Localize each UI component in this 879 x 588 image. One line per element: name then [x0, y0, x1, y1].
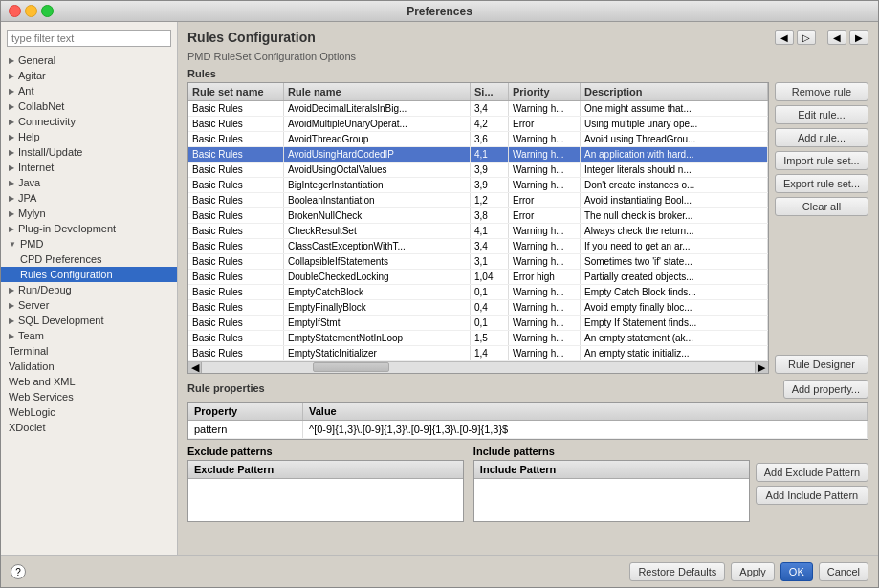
nav-button-3[interactable]: ▶	[849, 30, 868, 45]
sidebar-item-server[interactable]: Server	[1, 297, 177, 313]
horizontal-scrollbar[interactable]: ◀ ▶	[188, 361, 768, 373]
sidebar-item-install-update[interactable]: Install/Update	[1, 144, 177, 160]
cell-rule-set: Basic Rules	[188, 224, 284, 238]
table-row[interactable]: Basic Rules AvoidDecimalLiteralsInBig...…	[188, 101, 768, 117]
cell-rule-name: AvoidDecimalLiteralsInBig...	[284, 101, 471, 116]
scrollbar-track[interactable]	[202, 362, 755, 373]
add-exclude-pattern-button[interactable]: Add Exclude Pattern	[756, 463, 868, 482]
cell-rule-set: Basic Rules	[188, 117, 284, 131]
sidebar-item-connectivity[interactable]: Connectivity	[1, 114, 177, 129]
table-row[interactable]: Basic Rules BigIntegerInstantiation 3,9 …	[188, 178, 768, 193]
forward-button[interactable]: ▷	[797, 30, 816, 45]
clear-all-button[interactable]: Clear all	[775, 197, 868, 216]
cell-description: Empty Catch Block finds...	[581, 285, 768, 299]
help-button[interactable]: ?	[11, 564, 26, 579]
table-row[interactable]: Basic Rules ClassCastExceptionWithT... 3…	[188, 239, 768, 254]
cell-description: Avoid using ThreadGrou...	[581, 132, 768, 146]
sidebar-item-pmd[interactable]: PMD	[1, 236, 177, 251]
sidebar-item-label: Connectivity	[18, 116, 76, 127]
sidebar-item-general[interactable]: General	[1, 53, 177, 68]
table-row[interactable]: Basic Rules EmptyIfStmt 0,1 Warning h...…	[188, 316, 768, 331]
prop-row[interactable]: pattern ^[0-9]{1,3}\.[0-9]{1,3}\.[0-9]{1…	[188, 421, 868, 439]
table-row[interactable]: Basic Rules BooleanInstantiation 1,2 Err…	[188, 193, 768, 208]
table-row[interactable]: Basic Rules EmptyStaticInitializer 1,4 W…	[188, 346, 768, 361]
sidebar-item-label: CPD Preferences	[20, 253, 102, 265]
rules-section-label: Rules	[187, 68, 868, 79]
cell-description: The null check is broker...	[581, 208, 768, 223]
table-body: Basic Rules AvoidDecimalLiteralsInBig...…	[188, 101, 768, 361]
sidebar-item-internet[interactable]: Internet	[1, 160, 177, 175]
sidebar-item-xdoclet[interactable]: XDoclet	[1, 420, 177, 435]
col-rule-set: Rule set name	[188, 83, 284, 100]
back-button[interactable]: ◀	[775, 30, 794, 45]
sidebar-item-mylyn[interactable]: Mylyn	[1, 206, 177, 221]
table-row[interactable]: Basic Rules EmptyCatchBlock 0,1 Warning …	[188, 285, 768, 300]
ok-button[interactable]: OK	[780, 562, 813, 581]
edit-rule-button[interactable]: Edit rule...	[775, 105, 868, 124]
include-table-header: Include Pattern	[474, 461, 749, 479]
export-rule-set-button[interactable]: Export rule set...	[775, 174, 868, 193]
sidebar-item-ant[interactable]: Ant	[1, 83, 177, 98]
table-row[interactable]: Basic Rules CollapsibleIfStatements 3,1 …	[188, 254, 768, 270]
include-label: Include patterns	[473, 446, 750, 457]
sidebar-item-rules-config[interactable]: Rules Configuration	[1, 267, 177, 282]
sidebar-item-jpa[interactable]: JPA	[1, 190, 177, 206]
sidebar-item-agitar[interactable]: Agitar	[1, 68, 177, 83]
sidebar-item-sql-dev[interactable]: SQL Development	[1, 313, 177, 328]
nav-button-2[interactable]: ◀	[827, 30, 846, 45]
add-rule-button[interactable]: Add rule...	[775, 128, 868, 147]
sidebar-item-label: JPA	[18, 192, 36, 204]
import-rule-set-button[interactable]: Import rule set...	[775, 151, 868, 170]
add-include-pattern-button[interactable]: Add Include Pattern	[756, 486, 868, 505]
table-row[interactable]: Basic Rules EmptyStatementNotInLoop 1,5 …	[188, 331, 768, 346]
sidebar-item-team[interactable]: Team	[1, 328, 177, 343]
filter-input[interactable]	[7, 30, 171, 47]
table-row[interactable]: Basic Rules DoubleCheckedLocking 1,04 Er…	[188, 270, 768, 285]
sidebar-item-java[interactable]: Java	[1, 175, 177, 190]
table-row[interactable]: Basic Rules BrokenNullCheck 3,8 Error Th…	[188, 208, 768, 224]
window-title: Preferences	[407, 5, 472, 18]
sidebar-item-terminal[interactable]: Terminal	[1, 343, 177, 359]
sidebar-item-label: Validation	[9, 360, 55, 372]
cell-rule-set: Basic Rules	[188, 163, 284, 177]
cancel-button[interactable]: Cancel	[819, 562, 868, 581]
sidebar-item-help[interactable]: Help	[1, 129, 177, 144]
table-row[interactable]: Basic Rules AvoidMultipleUnaryOperat... …	[188, 117, 768, 132]
maximize-button[interactable]	[41, 5, 54, 17]
sidebar-item-cpd-prefs[interactable]: CPD Preferences	[1, 251, 177, 267]
apply-button[interactable]: Apply	[731, 562, 775, 581]
sidebar-item-web-services[interactable]: Web Services	[1, 389, 177, 404]
restore-defaults-button[interactable]: Restore Defaults	[629, 562, 725, 581]
rule-designer-button[interactable]: Rule Designer	[775, 355, 868, 374]
cell-rule-set: Basic Rules	[188, 270, 284, 284]
sidebar-item-collabnet[interactable]: CollabNet	[1, 98, 177, 114]
cell-size: 3,9	[471, 178, 509, 192]
sidebar-item-label: Java	[18, 177, 40, 188]
cell-rule-name: EmptyIfStmt	[284, 316, 471, 330]
table-row[interactable]: Basic Rules AvoidUsingOctalValues 3,9 Wa…	[188, 163, 768, 178]
cell-size: 0,1	[471, 285, 509, 299]
table-row[interactable]: Basic Rules CheckResultSet 4,1 Warning h…	[188, 224, 768, 239]
cell-rule-name: AvoidUsingHardCodedIP	[284, 147, 471, 162]
cell-description: An application with hard...	[581, 147, 768, 162]
sidebar-item-label: Team	[18, 330, 44, 341]
cell-size: 0,1	[471, 316, 509, 330]
cell-size: 4,1	[471, 147, 509, 162]
sidebar-item-run-debug[interactable]: Run/Debug	[1, 282, 177, 297]
sidebar-item-validation[interactable]: Validation	[1, 359, 177, 374]
cell-priority: Warning h...	[509, 316, 581, 330]
minimize-button[interactable]	[25, 5, 37, 17]
col-description: Description	[581, 83, 768, 100]
close-button[interactable]	[9, 5, 21, 17]
cell-rule-name: ClassCastExceptionWithT...	[284, 239, 471, 253]
table-row[interactable]: Basic Rules EmptyFinallyBlock 0,4 Warnin…	[188, 300, 768, 316]
sidebar-item-weblogic[interactable]: WebLogic	[1, 404, 177, 420]
sidebar-item-web-xml[interactable]: Web and XML	[1, 374, 177, 389]
sidebar-item-plugin-dev[interactable]: Plug-in Development	[1, 221, 177, 236]
table-row[interactable]: Basic Rules AvoidThreadGroup 3,6 Warning…	[188, 132, 768, 147]
add-property-button[interactable]: Add property...	[783, 380, 868, 399]
scrollbar-thumb[interactable]	[313, 362, 389, 372]
table-row[interactable]: Basic Rules AvoidUsingHardCodedIP 4,1 Wa…	[188, 147, 768, 163]
rules-section: Rule set name Rule name Si... Priority D…	[187, 82, 868, 374]
remove-rule-button[interactable]: Remove rule	[775, 82, 868, 101]
